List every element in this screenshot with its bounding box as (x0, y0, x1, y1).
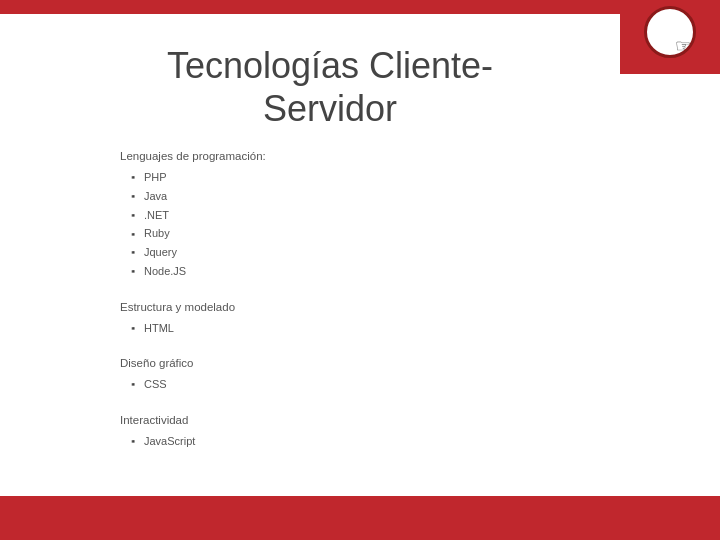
section-2: Diseño gráficoCSS (120, 357, 620, 394)
bottom-bar (0, 496, 720, 540)
list-item-0-0: PHP (130, 168, 620, 187)
section-3: InteractividadJavaScript (120, 414, 620, 451)
bullet-list-2: CSS (120, 375, 620, 394)
section-heading-2: Diseño gráfico (120, 357, 620, 369)
top-bar (0, 0, 720, 14)
section-heading-3: Interactividad (120, 414, 620, 426)
section-heading-0: Lenguajes de programación: (120, 150, 620, 162)
sections-container: Lenguajes de programación:PHPJava.NETRub… (120, 150, 620, 450)
list-item-1-0: HTML (130, 319, 620, 338)
main-content: Tecnologías Cliente-Servidor Lenguajes d… (0, 14, 720, 496)
bullet-list-3: JavaScript (120, 432, 620, 451)
bullet-list-1: HTML (120, 319, 620, 338)
list-item-0-4: Jquery (130, 243, 620, 262)
list-item-0-1: Java (130, 187, 620, 206)
bullet-list-0: PHPJava.NETRubyJqueryNode.JS (120, 168, 620, 280)
page-title: Tecnologías Cliente-Servidor (120, 44, 620, 130)
list-item-2-0: CSS (130, 375, 620, 394)
list-item-0-3: Ruby (130, 224, 620, 243)
list-item-3-0: JavaScript (130, 432, 620, 451)
section-heading-1: Estructura y modelado (120, 301, 620, 313)
section-1: Estructura y modeladoHTML (120, 301, 620, 338)
list-item-0-2: .NET (130, 206, 620, 225)
section-0: Lenguajes de programación:PHPJava.NETRub… (120, 150, 620, 280)
list-item-0-5: Node.JS (130, 262, 620, 281)
